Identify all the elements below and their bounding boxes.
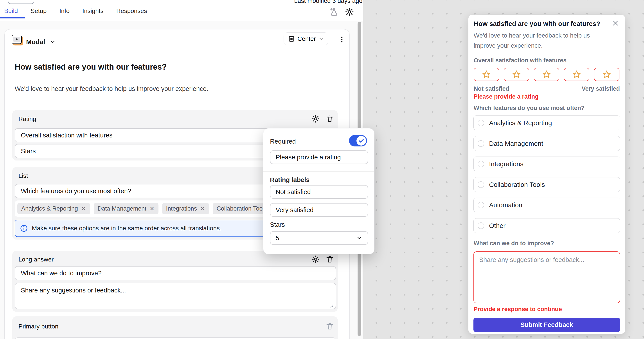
star-rating-button-5[interactable]: [594, 68, 620, 81]
star-icon: [482, 70, 491, 79]
toggle-knob: [356, 136, 366, 146]
chevron-down-icon: [50, 39, 56, 45]
close-icon[interactable]: [611, 18, 620, 28]
partial-toolbar-button[interactable]: [8, 0, 34, 4]
kebab-menu-icon[interactable]: [337, 33, 346, 46]
info-banner-text: Make sure these options are in the same …: [32, 225, 222, 232]
tab-info[interactable]: Info: [59, 8, 70, 18]
star-rating-button-3[interactable]: [534, 68, 559, 81]
star-rating-button-4[interactable]: [564, 68, 589, 81]
preview-rating-question: Overall satisfaction with features: [474, 57, 566, 64]
section-type-label: Long answer: [18, 256, 54, 263]
checkbox-icon[interactable]: [478, 181, 484, 188]
star-rating-button-1[interactable]: [474, 68, 499, 81]
star-icon: [602, 70, 611, 79]
rating-settings-gear-icon[interactable]: [312, 114, 320, 123]
tab-insights[interactable]: Insights: [82, 8, 104, 18]
submit-feedback-button[interactable]: Submit Feedback: [474, 318, 620, 332]
remove-chip-icon[interactable]: ✕: [200, 205, 205, 212]
preview-list-question: Which features do you use most often?: [474, 105, 585, 112]
long-answer-placeholder-input[interactable]: Share any suggestions or feedback...: [15, 283, 336, 309]
check-icon: [358, 138, 364, 144]
position-icon: [288, 36, 295, 42]
open-error-message: Provide a response to continue: [474, 306, 562, 313]
widget-type-dropdown[interactable]: Modal: [26, 38, 56, 46]
star-icon: [512, 70, 521, 79]
rating-labels-title: Rating labels: [270, 176, 310, 184]
error-message-input[interactable]: [270, 150, 368, 164]
long-answer-section: Long answer Share any suggestions or fee…: [12, 251, 338, 312]
play-icon: [14, 37, 20, 42]
remove-chip-icon[interactable]: ✕: [81, 205, 86, 212]
lower-label-input[interactable]: [270, 185, 368, 199]
rating-upper-label: Very satisfied: [582, 86, 620, 92]
preview-open-question: What can we do to improve?: [474, 240, 554, 247]
tab-setup[interactable]: Setup: [30, 8, 46, 18]
required-label: Required: [270, 138, 296, 145]
feedback-textarea[interactable]: [474, 252, 620, 303]
resize-handle-icon[interactable]: [329, 303, 334, 308]
option-row[interactable]: Integrations: [474, 156, 620, 171]
survey-title: How satisfied are you with our features?: [15, 62, 166, 72]
builder-card-header: Modal Center: [4, 30, 350, 56]
gear-icon[interactable]: [344, 6, 355, 17]
option-row[interactable]: Data Management: [474, 136, 620, 151]
checkbox-icon[interactable]: [478, 161, 484, 167]
star-icon: [542, 70, 551, 79]
rating-error-message: Please provide a rating: [474, 93, 539, 100]
stars-label: Stars: [270, 221, 285, 228]
star-icon: [572, 70, 581, 79]
section-type-label: List: [18, 172, 28, 180]
option-row[interactable]: Other: [474, 218, 620, 233]
long-answer-question-input[interactable]: [15, 266, 336, 280]
rating-lower-label: Not satisfied: [474, 86, 509, 92]
experiment-flask-icon[interactable]: [329, 6, 339, 17]
checkbox-icon[interactable]: [478, 120, 484, 126]
long-answer-settings-gear-icon[interactable]: [312, 255, 320, 264]
option-chip[interactable]: Integrations✕: [162, 203, 209, 214]
option-row[interactable]: Automation: [474, 198, 620, 212]
preview-description: We'd love to hear your feedback to help …: [474, 30, 608, 51]
checkbox-icon[interactable]: [478, 202, 484, 208]
primary-button-delete-trash-icon[interactable]: [326, 322, 334, 330]
preview-title: How satisfied are you with our features?: [474, 20, 600, 28]
star-rating-row: [474, 68, 620, 81]
tab-responses[interactable]: Responses: [116, 8, 147, 18]
info-icon: [20, 224, 28, 232]
survey-preview-card: How satisfied are you with our features?…: [468, 15, 625, 334]
checkbox-icon[interactable]: [478, 140, 484, 147]
upper-label-input[interactable]: [270, 203, 368, 217]
required-toggle[interactable]: [349, 135, 367, 146]
section-type-label: Primary button: [18, 323, 58, 330]
survey-description: We'd love to hear your feedback to help …: [15, 85, 208, 92]
builder-topbar: Last modified 3 days ago Build Setup Inf…: [0, 0, 363, 21]
active-tab-underline: [0, 17, 25, 18]
rating-settings-popover: Required Rating labels Stars 5: [263, 128, 374, 254]
star-rating-button-2[interactable]: [504, 68, 529, 81]
primary-button-label-input[interactable]: [15, 338, 336, 339]
last-modified-text: Last modified 3 days ago: [294, 0, 362, 4]
modal-type-icon: [12, 35, 22, 44]
app-window: Last modified 3 days ago Build Setup Inf…: [0, 0, 644, 339]
primary-button-section: Primary button: [12, 316, 338, 339]
remove-chip-icon[interactable]: ✕: [150, 205, 154, 212]
tab-build[interactable]: Build: [4, 8, 18, 18]
option-chip[interactable]: Analytics & Reporting✕: [17, 203, 90, 214]
divider: [264, 172, 374, 172]
builder-tabs: Build Setup Info Insights Responses: [4, 8, 147, 18]
option-chip[interactable]: Data Management✕: [94, 203, 159, 214]
rating-delete-trash-icon[interactable]: [326, 114, 334, 123]
checkbox-icon[interactable]: [478, 222, 484, 229]
chevron-down-icon: [318, 36, 324, 42]
section-type-label: Rating: [18, 116, 36, 122]
position-select-button[interactable]: Center: [284, 32, 328, 45]
option-row[interactable]: Analytics & Reporting: [474, 116, 620, 130]
chevron-down-icon: [356, 235, 362, 241]
stars-count-select[interactable]: 5: [270, 231, 368, 245]
long-answer-delete-trash-icon[interactable]: [326, 255, 334, 264]
option-row[interactable]: Collaboration Tools: [474, 177, 620, 192]
